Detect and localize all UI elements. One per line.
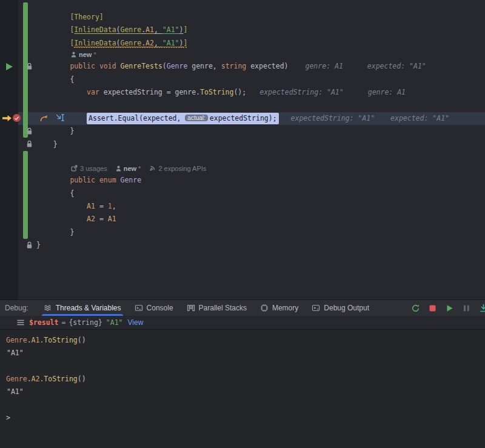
tab-memory[interactable]: Memory [253, 300, 305, 316]
code-token: 1 [108, 202, 112, 210]
assert-statement[interactable]: Assert.Equal(expected, actual:expectedSt… [0, 112, 485, 125]
attr-inlinedata-a2[interactable]: [InlineData(Genre.A2, "A1")] [0, 37, 485, 50]
vcs-change-bar[interactable] [23, 151, 28, 239]
code-token: expectedString); [210, 114, 277, 122]
close-brace-class[interactable]: } [0, 138, 485, 151]
close-brace-enum[interactable]: } [0, 226, 485, 239]
ide-window: [Theory] [InlineData(Genre.A1, "A1")] [I… [0, 0, 485, 448]
result-variable: $result [29, 318, 58, 327]
code-token: void [99, 62, 116, 70]
selected-statement[interactable]: Assert.Equal(expected, actual:expectedSt… [87, 113, 279, 124]
code-token: } [53, 140, 58, 149]
editor-lines: [Theory] [InlineData(Genre.A1, "A1")] [I… [0, 11, 485, 252]
tab-threads-variables[interactable]: Threads & Variables [37, 300, 128, 316]
api-icon [149, 165, 156, 172]
rerun-icon[interactable] [411, 304, 420, 313]
lock-icon[interactable] [26, 127, 33, 135]
console-expression: Genre.A2.ToString() [0, 373, 485, 386]
tab-parallel-stacks[interactable]: Parallel Stacks [180, 300, 253, 316]
blank-line[interactable] [0, 151, 485, 164]
result-type: {string} [69, 318, 102, 327]
code-token: , [112, 202, 116, 210]
attr-inlinedata-a1[interactable]: [InlineData(Genre.A1, "A1")] [0, 24, 485, 36]
code-token: = [95, 215, 108, 223]
step-into-cursor-icon[interactable] [56, 113, 65, 122]
debug-tabs: Threads & VariablesConsoleParallel Stack… [37, 300, 376, 316]
console-expression: Genre.A1.ToString() [0, 334, 485, 347]
tab-label: Debug Output [324, 304, 369, 312]
code-token: } [36, 241, 41, 249]
code-token: "A1" [162, 39, 179, 47]
close-brace-method[interactable]: } [0, 125, 485, 138]
inlay-codevision[interactable]: 3 usagesnew *2 exposing APIs [0, 164, 485, 174]
threads-icon [44, 304, 52, 312]
code-token: A1 [146, 25, 154, 34]
code-token: (); [233, 88, 246, 96]
lock-icon[interactable] [26, 140, 33, 148]
tab-label: Parallel Stacks [199, 304, 247, 312]
code-token: ToString [200, 88, 233, 96]
lock-icon[interactable] [26, 241, 33, 249]
code-token: A1 [87, 202, 95, 210]
inline-debugger-hint: expected: "A1" [367, 62, 426, 70]
resume-icon[interactable] [445, 304, 454, 313]
tab-label: Console [147, 304, 173, 312]
code-token: = [95, 202, 108, 210]
breakpoint-gutter[interactable] [0, 0, 18, 299]
code-token: Genre [167, 62, 188, 70]
code-token: expectedString = genre. [99, 88, 200, 96]
code-editor[interactable]: [Theory] [InlineData(Genre.A1, "A1")] [I… [0, 0, 485, 299]
code-token: A2 [146, 39, 154, 47]
enum-declaration[interactable]: public enum Genre [0, 174, 485, 187]
code-token: , [154, 25, 162, 34]
tab-debug-output[interactable]: Debug Output [305, 300, 376, 316]
code-token: new [124, 165, 136, 172]
code-token: new [79, 51, 92, 58]
show-execution-point-icon[interactable] [479, 304, 485, 313]
code-token: genre, [187, 62, 221, 70]
blank-line[interactable] [0, 99, 485, 112]
breakpoint-icon[interactable] [13, 114, 21, 122]
console-prompt[interactable]: > [0, 412, 485, 424]
person-icon [71, 52, 76, 58]
code-token: * [92, 51, 96, 58]
inlay-author[interactable]: new * [0, 50, 485, 60]
usages-icon [71, 165, 78, 172]
open-brace-method[interactable]: { [0, 73, 485, 86]
code-token: * [136, 165, 141, 172]
code-token: 2 exposing APIs [158, 165, 206, 172]
open-brace-enum[interactable]: { [0, 187, 485, 200]
stop-icon[interactable] [428, 304, 437, 313]
inline-debugger-hint: genre: A1 [306, 62, 343, 70]
console-result: "A1" [0, 347, 485, 359]
run-test-icon[interactable] [6, 63, 13, 70]
code-token [95, 62, 99, 70]
attr-theory[interactable]: [Theory] [0, 11, 485, 24]
parameter-hint-badge: actual: [185, 115, 207, 121]
close-brace-file[interactable]: } [0, 239, 485, 252]
var-statement[interactable]: var expectedString = genre.ToString();ex… [0, 86, 485, 99]
code-token: } [70, 228, 74, 236]
code-token: { [70, 75, 74, 84]
enum-member-a2[interactable]: A2 = A1 [0, 213, 485, 226]
code-token: ( [116, 25, 121, 34]
lock-icon[interactable] [26, 62, 33, 70]
enum-member-a1[interactable]: A1 = 1, [0, 200, 485, 213]
pause-icon[interactable] [462, 304, 471, 313]
code-token: InlineData [74, 25, 116, 34]
code-token: A2 [87, 215, 95, 223]
code-token: . [27, 336, 32, 344]
hamburger-icon[interactable] [17, 319, 24, 326]
jump-to-statement-icon[interactable] [39, 113, 48, 122]
debug-console[interactable]: Genre.A1.ToString()"A1"Genre.A2.ToString… [0, 330, 485, 448]
debug-output-icon [312, 304, 320, 312]
tab-console[interactable]: Console [128, 300, 180, 316]
code-token: () [78, 336, 86, 344]
code-token: A1 [32, 336, 40, 344]
debug-actions [411, 300, 485, 316]
code-token: ] [183, 39, 187, 47]
view-link[interactable]: View [128, 318, 144, 327]
method-signature[interactable]: public void GenreTests(Genre genre, stri… [0, 60, 485, 73]
code-token: enum [99, 176, 116, 184]
person-icon [116, 165, 121, 172]
